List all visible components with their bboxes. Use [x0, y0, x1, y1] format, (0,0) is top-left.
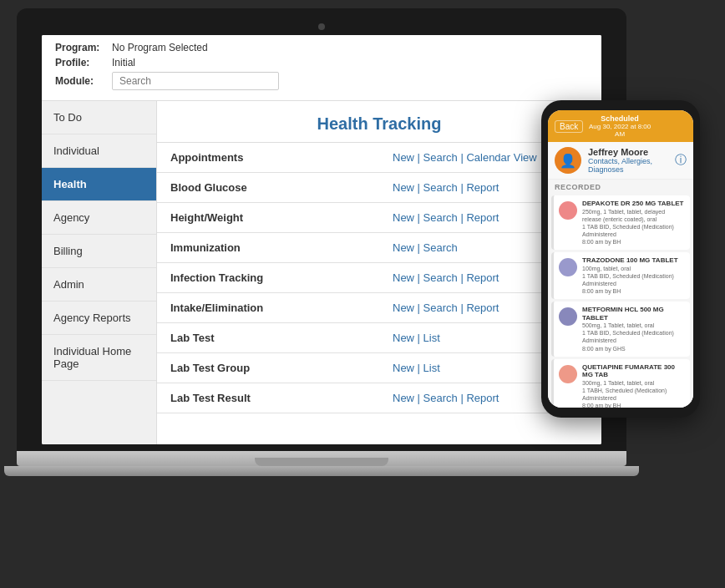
- row-label: Lab Test Result: [157, 383, 379, 413]
- med-details: 300mg, 1 Tablet, tablet, oral1 TABH, Sch…: [582, 379, 685, 408]
- back-button[interactable]: Back: [555, 120, 583, 133]
- row-label: Immunization: [157, 233, 379, 263]
- status-date: Aug 30, 2022 at 8:00 AM: [583, 123, 657, 138]
- sidebar-item-agency-reports[interactable]: Agency Reports: [42, 302, 156, 335]
- phone: Back Scheduled Aug 30, 2022 at 8:00 AM 👤…: [541, 100, 700, 418]
- table-row: Appointments New | Search | Calendar Vie…: [157, 143, 601, 173]
- page-title: Health Tracking: [157, 101, 601, 143]
- med-details: 500mg, 1 Tablet, tablet, oral1 TAB BID, …: [582, 322, 685, 352]
- health-table: Appointments New | Search | Calendar Vie…: [157, 143, 601, 413]
- app-body: To Do Individual Health Agency Billing A…: [42, 101, 601, 444]
- phone-profile-section: 👤 Jeffrey Moore Contacts, Allergies, Dia…: [548, 142, 693, 180]
- laptop-camera: [318, 23, 325, 30]
- table-row: Immunization New | Search: [157, 233, 601, 263]
- user-name: Jeffrey Moore: [588, 147, 675, 157]
- table-row: Infection Tracking New | Search | Report: [157, 263, 601, 293]
- med-info: QUETIAPINE FUMARATE 300 MG TAB 300mg, 1 …: [582, 363, 685, 408]
- med-info: METFORMIN HCL 500 MG TABLET 500mg, 1 Tab…: [582, 306, 685, 352]
- sidebar-item-todo[interactable]: To Do: [42, 101, 156, 134]
- sidebar-item-agency[interactable]: Agency: [42, 201, 156, 235]
- med-details: 100mg, tablet, oral1 TAB BID, Scheduled …: [582, 265, 685, 295]
- sidebar-item-health[interactable]: Health: [42, 168, 156, 201]
- sidebar-item-admin[interactable]: Admin: [42, 268, 156, 302]
- med-name: METFORMIN HCL 500 MG TABLET: [582, 306, 685, 322]
- user-info: Jeffrey Moore Contacts, Allergies, Diagn…: [588, 147, 675, 174]
- search-input[interactable]: [112, 72, 279, 90]
- med-item[interactable]: METFORMIN HCL 500 MG TABLET 500mg, 1 Tab…: [551, 302, 690, 357]
- med-item[interactable]: DEPAKOTE DR 250 MG TABLET 250mg, 1 Table…: [551, 195, 690, 250]
- recorded-label: RECORDED: [548, 180, 693, 193]
- table-row: Lab Test New | List: [157, 323, 601, 353]
- table-row: Height/Weight New | Search | Report: [157, 203, 601, 233]
- laptop-screen: Program: No Program Selected Profile: In…: [42, 35, 601, 444]
- profile-row: Profile: Initial: [55, 57, 588, 68]
- module-row: Module:: [55, 72, 588, 90]
- med-dot: [559, 365, 577, 383]
- phone-header: Back Scheduled Aug 30, 2022 at 8:00 AM: [548, 110, 693, 142]
- medication-list: DEPAKOTE DR 250 MG TABLET 250mg, 1 Table…: [548, 193, 693, 408]
- table-row: Lab Test Group New | List: [157, 353, 601, 383]
- phone-screen: Back Scheduled Aug 30, 2022 at 8:00 AM 👤…: [548, 110, 693, 408]
- med-details: 250mg, 1 Tablet, tablet, delayed release…: [582, 208, 685, 246]
- info-icon[interactable]: ⓘ: [675, 153, 687, 168]
- med-info: TRAZODONE 100 MG TABLET 100mg, tablet, o…: [582, 256, 685, 295]
- sidebar: To Do Individual Health Agency Billing A…: [42, 101, 157, 444]
- med-name: TRAZODONE 100 MG TABLET: [582, 256, 685, 265]
- row-label: Appointments: [157, 143, 379, 173]
- avatar: 👤: [555, 147, 581, 174]
- row-label: Height/Weight: [157, 203, 379, 233]
- program-label: Program:: [55, 42, 105, 53]
- row-label: Blood Glucose: [157, 173, 379, 203]
- row-label: Lab Test: [157, 323, 379, 353]
- row-label: Intake/Elimination: [157, 293, 379, 323]
- sidebar-item-individual-home-page[interactable]: Individual Home Page: [42, 335, 156, 381]
- med-name: DEPAKOTE DR 250 MG TABLET: [582, 200, 685, 208]
- table-row: Lab Test Result New | Search | Report: [157, 383, 601, 413]
- program-row: Program: No Program Selected: [55, 42, 588, 53]
- main-content: Health Tracking Appointments New | Searc…: [157, 101, 601, 444]
- laptop-bottom: [4, 466, 639, 476]
- sidebar-item-billing[interactable]: Billing: [42, 235, 156, 268]
- module-label: Module:: [55, 75, 105, 87]
- app-header: Program: No Program Selected Profile: In…: [42, 35, 601, 101]
- avatar-icon: 👤: [560, 153, 576, 169]
- profile-label: Profile:: [55, 57, 105, 68]
- laptop: Program: No Program Selected Profile: In…: [17, 8, 626, 551]
- med-dot: [559, 258, 577, 276]
- med-info: DEPAKOTE DR 250 MG TABLET 250mg, 1 Table…: [582, 200, 685, 246]
- user-tags: Contacts, Allergies, Diagnoses: [588, 157, 675, 174]
- laptop-base: [17, 451, 626, 466]
- laptop-bezel: Program: No Program Selected Profile: In…: [17, 8, 626, 451]
- table-row: Blood Glucose New | Search | Report: [157, 173, 601, 203]
- program-value: No Program Selected: [112, 42, 208, 53]
- table-row: Intake/Elimination New | Search | Report: [157, 293, 601, 323]
- row-label: Lab Test Group: [157, 353, 379, 383]
- row-label: Infection Tracking: [157, 263, 379, 293]
- status-badge: Scheduled: [583, 114, 657, 123]
- med-name: QUETIAPINE FUMARATE 300 MG TAB: [582, 363, 685, 379]
- med-dot: [559, 201, 577, 220]
- med-item[interactable]: TRAZODONE 100 MG TABLET 100mg, tablet, o…: [551, 252, 690, 299]
- med-dot: [559, 307, 577, 326]
- profile-value: Initial: [112, 57, 135, 68]
- med-item[interactable]: QUETIAPINE FUMARATE 300 MG TAB 300mg, 1 …: [551, 359, 690, 408]
- sidebar-item-individual[interactable]: Individual: [42, 134, 156, 168]
